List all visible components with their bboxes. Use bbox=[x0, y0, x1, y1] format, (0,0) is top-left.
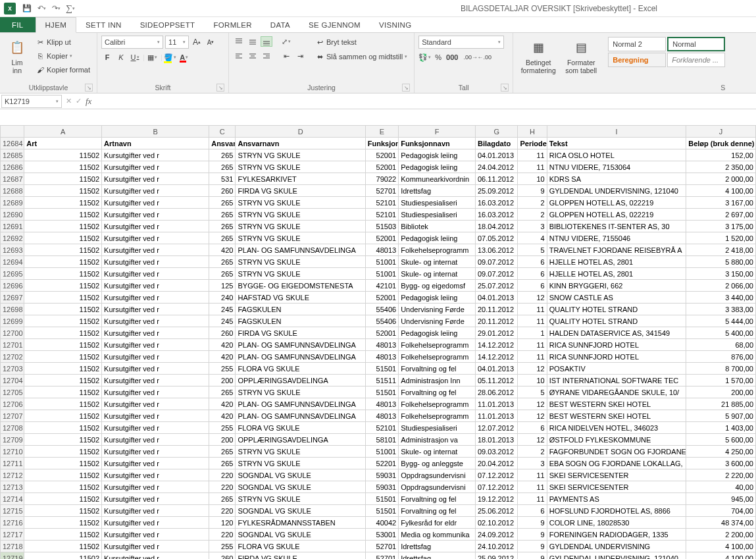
cell[interactable]: Kursutgifter ved r bbox=[102, 315, 209, 327]
cell[interactable]: Folkehelseprogramm bbox=[399, 339, 476, 351]
style-normal[interactable]: Normal bbox=[667, 37, 725, 51]
cell[interactable]: FIRDA VG SKULE bbox=[236, 327, 365, 339]
cell[interactable]: 18.04.2012 bbox=[475, 221, 517, 232]
cell[interactable]: Kursutgifter ved r bbox=[102, 363, 209, 375]
cell[interactable]: Kursutgifter ved r bbox=[102, 161, 209, 173]
bold-button[interactable]: F bbox=[101, 51, 113, 63]
increase-indent-icon[interactable]: ⇥ bbox=[294, 50, 306, 62]
italic-button[interactable]: K bbox=[115, 51, 127, 63]
wrap-text-button[interactable]: ↩Bryt tekst bbox=[313, 36, 410, 49]
cell[interactable]: 2 bbox=[518, 209, 547, 221]
cell[interactable]: 5 880,00 bbox=[686, 256, 756, 268]
cell[interactable]: Kursutgifter ved r bbox=[102, 292, 209, 304]
cell[interactable]: 52001 bbox=[365, 327, 398, 339]
cell[interactable]: 11502 bbox=[24, 351, 102, 363]
cell[interactable]: Ansvarnavn bbox=[236, 138, 365, 149]
cell[interactable]: SOGNDAL VG SKULE bbox=[236, 469, 365, 481]
cell[interactable]: 25.09.2012 bbox=[475, 185, 517, 197]
alignment-launcher[interactable]: ↘ bbox=[402, 84, 410, 92]
cell[interactable]: 48013 bbox=[365, 410, 398, 422]
cell[interactable]: 52101 bbox=[365, 209, 398, 221]
cell[interactable]: Bygg- og anleggste bbox=[399, 458, 476, 469]
cell[interactable]: 11502 bbox=[24, 268, 102, 280]
cell[interactable]: 11502 bbox=[24, 339, 102, 351]
cell[interactable]: Kursutgifter ved r bbox=[102, 256, 209, 268]
cell[interactable]: 260 bbox=[209, 552, 236, 560]
cell[interactable]: 265 bbox=[209, 446, 236, 458]
cell[interactable]: Studiespesialiseri bbox=[399, 197, 476, 209]
formula-input[interactable] bbox=[99, 95, 756, 108]
column-header-F[interactable]: F bbox=[399, 126, 476, 138]
cell[interactable]: 265 bbox=[209, 209, 236, 221]
cell[interactable]: STRYN VG SKULE bbox=[236, 221, 365, 232]
cell[interactable]: QUALITY HOTEL STRAND bbox=[547, 315, 686, 327]
cell[interactable]: 11502 bbox=[24, 173, 102, 185]
cell[interactable]: PLAN- OG SAMFUNNSAVDELINGA bbox=[236, 339, 365, 351]
cell[interactable]: Kursutgifter ved r bbox=[102, 422, 209, 434]
accounting-format-icon[interactable]: 💱 bbox=[418, 51, 430, 63]
cell[interactable]: Kursutgifter ved r bbox=[102, 481, 209, 493]
style-forklarende[interactable]: Forklarende ... bbox=[667, 53, 725, 67]
cell[interactable]: Kursutgifter ved r bbox=[102, 552, 209, 560]
cell[interactable]: Undervisning Førde bbox=[399, 304, 476, 315]
cell[interactable]: 6 bbox=[518, 256, 547, 268]
cell[interactable]: 52101 bbox=[365, 197, 398, 209]
decrease-indent-icon[interactable]: ⇤ bbox=[280, 50, 292, 62]
cell[interactable]: RICA NIDELVEN HOTEL, 346023 bbox=[547, 422, 686, 434]
cell[interactable]: STRYN VG SKULE bbox=[236, 209, 365, 221]
cell[interactable]: 59031 bbox=[365, 481, 398, 493]
row-header[interactable]: 12718 bbox=[1, 541, 24, 552]
cell[interactable]: 19.12.2012 bbox=[475, 493, 517, 505]
cell[interactable]: 11502 bbox=[24, 327, 102, 339]
cell[interactable]: Studiespesialiseri bbox=[399, 422, 476, 434]
cell[interactable]: Skule- og internat bbox=[399, 256, 476, 268]
column-header-J[interactable]: J bbox=[686, 126, 756, 138]
cell[interactable]: 13.06.2012 bbox=[475, 244, 517, 256]
cell[interactable]: PLAN- OG SAMFUNNSAVDELINGA bbox=[236, 351, 365, 363]
cell[interactable]: RICA OSLO HOTEL bbox=[547, 149, 686, 161]
format-as-table-button[interactable]: ▤ Formater som tabell bbox=[562, 36, 600, 76]
paste-button[interactable]: 📋 Lim inn bbox=[4, 36, 30, 76]
cell[interactable]: Funksjon bbox=[365, 138, 398, 149]
cell[interactable]: Fylkesråd for eldr bbox=[399, 517, 476, 529]
cell[interactable]: Kursutgifter ved r bbox=[102, 469, 209, 481]
cell[interactable]: Kursutgifter ved r bbox=[102, 339, 209, 351]
tab-sideoppsett[interactable]: SIDEOPPSETT bbox=[131, 17, 205, 32]
cell[interactable]: 51501 bbox=[365, 493, 398, 505]
cell[interactable]: Forvaltning og fel bbox=[399, 493, 476, 505]
cell[interactable]: 11 bbox=[518, 161, 547, 173]
style-normal2[interactable]: Normal 2 bbox=[608, 37, 666, 51]
cell[interactable]: 20.11.2012 bbox=[475, 304, 517, 315]
row-header[interactable]: 12708 bbox=[1, 422, 24, 434]
increase-decimal-icon[interactable]: .00→ bbox=[465, 51, 476, 63]
row-header[interactable]: 12689 bbox=[1, 197, 24, 209]
column-header-B[interactable]: B bbox=[102, 126, 209, 138]
cell[interactable]: GYLDENDAL UNDERVISNING, 121040 bbox=[547, 185, 686, 197]
tab-fil[interactable]: FIL bbox=[0, 17, 36, 32]
cell[interactable]: Administrasjon va bbox=[399, 434, 476, 446]
undo-icon[interactable]: ↶▾ bbox=[34, 1, 49, 16]
cell[interactable]: TRAVELNET FJORDANE REISEBYRÅ A bbox=[547, 244, 686, 256]
cell[interactable]: ØSTFOLD FYLKESKOMMUNE bbox=[547, 434, 686, 446]
cell[interactable]: 265 bbox=[209, 161, 236, 173]
cell[interactable]: PAYMENTS AS bbox=[547, 493, 686, 505]
column-header-A[interactable]: A bbox=[24, 126, 102, 138]
row-header[interactable]: 12697 bbox=[1, 292, 24, 304]
cell[interactable]: 220 bbox=[209, 469, 236, 481]
row-header[interactable]: 12705 bbox=[1, 386, 24, 398]
row-header[interactable]: 12703 bbox=[1, 363, 24, 375]
cell[interactable]: 200 bbox=[209, 434, 236, 446]
cell[interactable]: 11502 bbox=[24, 221, 102, 232]
cell[interactable]: 945,00 bbox=[686, 493, 756, 505]
cell[interactable]: 420 bbox=[209, 339, 236, 351]
cell[interactable]: FAGSKULEN bbox=[236, 304, 365, 315]
cell[interactable]: 04.01.2013 bbox=[475, 149, 517, 161]
cell[interactable]: 12 bbox=[518, 434, 547, 446]
cell[interactable]: STRYN VG SKULE bbox=[236, 197, 365, 209]
column-header-C[interactable]: C bbox=[209, 126, 236, 138]
cell[interactable]: 4 100,00 bbox=[686, 185, 756, 197]
cell[interactable]: Kursutgifter ved r bbox=[102, 529, 209, 541]
cell[interactable]: BIBLIOTEKENES IT-SENTER AS, 30 bbox=[547, 221, 686, 232]
cell[interactable]: 255 bbox=[209, 422, 236, 434]
cell[interactable]: 11502 bbox=[24, 304, 102, 315]
